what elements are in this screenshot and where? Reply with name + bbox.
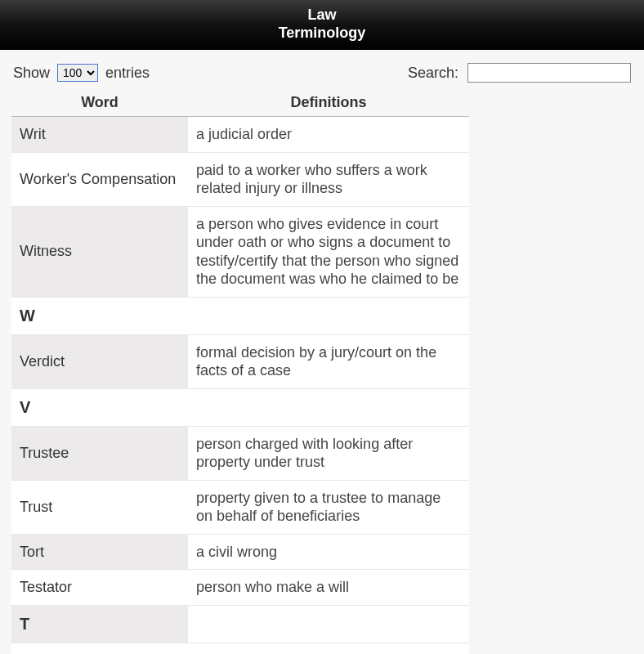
- word-cell: Testator: [11, 570, 188, 606]
- table-row: Trustproperty given to a trustee to mana…: [11, 480, 469, 534]
- table-row: Verdictformal decision by a jury/court o…: [11, 334, 469, 388]
- table-row: T: [11, 605, 469, 643]
- word-cell: Trustee: [11, 426, 188, 480]
- table-row: a legal document notifying you that a: [11, 643, 469, 654]
- col-header-definitions[interactable]: Definitions: [188, 89, 469, 117]
- word-cell: Writ: [11, 117, 188, 153]
- terminology-table: Word Definitions Writa judicial orderWor…: [11, 89, 469, 654]
- table-row: Witnessa person who gives evidence in co…: [11, 206, 469, 297]
- definition-cell: [188, 388, 469, 426]
- search-control: Search:: [408, 63, 631, 83]
- table-row: Writa judicial order: [11, 117, 469, 153]
- entries-select[interactable]: 102550100: [57, 64, 98, 82]
- search-label: Search:: [408, 65, 458, 81]
- table-header-row: Word Definitions: [11, 89, 469, 117]
- definition-cell: property given to a trustee to manage on…: [188, 480, 469, 534]
- app-header: Law Terminology: [0, 0, 644, 50]
- table-controls: Show 102550100 entries Search:: [13, 63, 631, 83]
- word-cell: Tort: [11, 534, 188, 570]
- word-cell: Witness: [11, 206, 188, 297]
- word-cell: Worker's Compensation: [11, 152, 188, 206]
- word-cell: Trust: [11, 480, 188, 534]
- definition-cell: person charged with looking after proper…: [188, 426, 469, 480]
- definition-cell: [188, 297, 469, 334]
- definition-cell: [188, 605, 469, 643]
- header-title-line2: Terminology: [0, 25, 644, 43]
- search-input[interactable]: [467, 63, 631, 83]
- show-label-pre: Show: [13, 65, 50, 81]
- word-cell: [11, 643, 188, 654]
- table-row: Testatorperson who make a will: [11, 570, 469, 606]
- definition-cell: a person who gives evidence in court und…: [188, 206, 469, 297]
- show-label-post: entries: [105, 65, 150, 81]
- definition-cell: a judicial order: [188, 117, 469, 153]
- definition-cell: paid to a worker who suffers a work rela…: [188, 152, 469, 206]
- table-row: V: [11, 388, 469, 426]
- definition-cell: formal decision by a jury/court on the f…: [188, 334, 469, 388]
- word-cell: T: [11, 605, 188, 643]
- word-cell: W: [11, 297, 188, 334]
- word-cell: Verdict: [11, 334, 188, 388]
- word-cell: V: [11, 388, 188, 426]
- definition-cell: person who make a will: [188, 570, 469, 606]
- header-title-line1: Law: [0, 7, 644, 25]
- table-row: W: [11, 297, 469, 334]
- definition-cell: a civil wrong: [188, 534, 469, 570]
- table-row: Trusteeperson charged with looking after…: [11, 426, 469, 480]
- length-control: Show 102550100 entries: [13, 64, 150, 82]
- col-header-word[interactable]: Word: [11, 89, 188, 117]
- table-row: Torta civil wrong: [11, 534, 469, 570]
- definition-cell: a legal document notifying you that a: [188, 643, 469, 654]
- table-row: Worker's Compensationpaid to a worker wh…: [11, 152, 469, 206]
- content-area: Show 102550100 entries Search: Word Defi…: [0, 50, 644, 654]
